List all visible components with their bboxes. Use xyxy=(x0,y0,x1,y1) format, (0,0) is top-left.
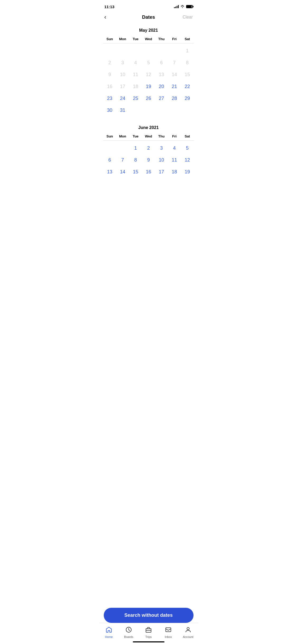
header: ‹ Dates Clear xyxy=(99,12,198,25)
weekday-label: Tue xyxy=(129,36,142,42)
day-cell: 5 xyxy=(142,57,155,68)
weekday-label: Fri xyxy=(168,133,181,139)
day-cell[interactable]: 7 xyxy=(116,155,129,165)
day-cell: 15 xyxy=(181,69,194,80)
day-cell: 1 xyxy=(181,45,194,56)
weekday-label: Fri xyxy=(168,36,181,42)
calendar-grid-1: ..12345678910111213141516171819 xyxy=(103,143,194,177)
day-cell: 12 xyxy=(142,69,155,80)
day-cell[interactable]: 24 xyxy=(116,93,129,104)
empty-cell: . xyxy=(155,45,168,56)
day-cell[interactable]: 15 xyxy=(129,167,142,177)
weekday-label: Thu xyxy=(155,36,168,42)
day-cell[interactable]: 3 xyxy=(155,143,168,154)
day-cell[interactable]: 19 xyxy=(181,167,194,177)
day-cell[interactable]: 8 xyxy=(129,155,142,165)
weekday-label: Sun xyxy=(103,36,116,42)
weekday-label: Wed xyxy=(142,36,155,42)
day-cell: 17 xyxy=(116,81,129,92)
day-cell[interactable]: 20 xyxy=(155,81,168,92)
status-bar: 11:13 xyxy=(99,0,198,12)
day-cell: 3 xyxy=(116,57,129,68)
empty-cell: . xyxy=(129,45,142,56)
weekdays-divider xyxy=(103,140,194,141)
day-cell[interactable]: 19 xyxy=(142,81,155,92)
signal-icon xyxy=(174,5,179,8)
day-cell[interactable]: 25 xyxy=(129,93,142,104)
day-cell: 18 xyxy=(129,81,142,92)
weekday-label: Sun xyxy=(103,133,116,139)
day-cell[interactable]: 18 xyxy=(168,167,181,177)
calendar-container: May 2021SunMonTueWedThuFriSat......12345… xyxy=(99,25,198,182)
day-cell[interactable]: 22 xyxy=(181,81,194,92)
day-cell[interactable]: 17 xyxy=(155,167,168,177)
day-cell[interactable]: 31 xyxy=(116,105,129,116)
month-1: June 2021SunMonTueWedThuFriSat..12345678… xyxy=(103,125,194,177)
day-cell[interactable]: 1 xyxy=(129,143,142,154)
day-cell[interactable]: 28 xyxy=(168,93,181,104)
weekdays-0: SunMonTueWedThuFriSat xyxy=(103,36,194,42)
day-cell[interactable]: 11 xyxy=(168,155,181,165)
month-label-0: May 2021 xyxy=(103,28,194,33)
battery-icon xyxy=(186,5,193,8)
day-cell[interactable]: 14 xyxy=(116,167,129,177)
weekday-label: Sat xyxy=(181,36,194,42)
day-cell[interactable]: 5 xyxy=(181,143,194,154)
wifi-icon xyxy=(180,5,185,9)
weekdays-divider xyxy=(103,43,194,43)
weekday-label: Thu xyxy=(155,133,168,139)
status-time: 11:13 xyxy=(104,4,114,9)
day-cell[interactable]: 13 xyxy=(103,167,116,177)
weekday-label: Tue xyxy=(129,133,142,139)
day-cell: 2 xyxy=(103,57,116,68)
calendar-grid-0: ......1234567891011121314151617181920212… xyxy=(103,45,194,116)
day-cell[interactable]: 27 xyxy=(155,93,168,104)
day-cell[interactable]: 4 xyxy=(168,143,181,154)
day-cell[interactable]: 26 xyxy=(142,93,155,104)
day-cell[interactable]: 30 xyxy=(103,105,116,116)
day-cell: 16 xyxy=(103,81,116,92)
weekday-label: Mon xyxy=(116,133,129,139)
empty-cell: . xyxy=(103,45,116,56)
weekday-label: Sat xyxy=(181,133,194,139)
day-cell: 6 xyxy=(155,57,168,68)
day-cell[interactable]: 12 xyxy=(181,155,194,165)
month-0: May 2021SunMonTueWedThuFriSat......12345… xyxy=(103,28,194,116)
day-cell: 11 xyxy=(129,69,142,80)
day-cell: 9 xyxy=(103,69,116,80)
day-cell: 13 xyxy=(155,69,168,80)
day-cell: 10 xyxy=(116,69,129,80)
day-cell[interactable]: 16 xyxy=(142,167,155,177)
empty-cell: . xyxy=(116,143,129,154)
clear-button[interactable]: Clear xyxy=(182,15,193,20)
page-title: Dates xyxy=(115,15,182,20)
day-cell: 14 xyxy=(168,69,181,80)
day-cell: 7 xyxy=(168,57,181,68)
empty-cell: . xyxy=(168,45,181,56)
weekday-label: Mon xyxy=(116,36,129,42)
weekday-label: Wed xyxy=(142,133,155,139)
day-cell[interactable]: 9 xyxy=(142,155,155,165)
day-cell: 4 xyxy=(129,57,142,68)
day-cell[interactable]: 10 xyxy=(155,155,168,165)
weekdays-1: SunMonTueWedThuFriSat xyxy=(103,133,194,139)
day-cell[interactable]: 23 xyxy=(103,93,116,104)
status-icons xyxy=(174,5,193,9)
empty-cell: . xyxy=(142,45,155,56)
empty-cell: . xyxy=(116,45,129,56)
month-label-1: June 2021 xyxy=(103,125,194,130)
day-cell[interactable]: 6 xyxy=(103,155,116,165)
empty-cell: . xyxy=(103,143,116,154)
day-cell[interactable]: 21 xyxy=(168,81,181,92)
day-cell[interactable]: 29 xyxy=(181,93,194,104)
back-button[interactable]: ‹ xyxy=(104,14,115,21)
day-cell[interactable]: 2 xyxy=(142,143,155,154)
day-cell: 8 xyxy=(181,57,194,68)
